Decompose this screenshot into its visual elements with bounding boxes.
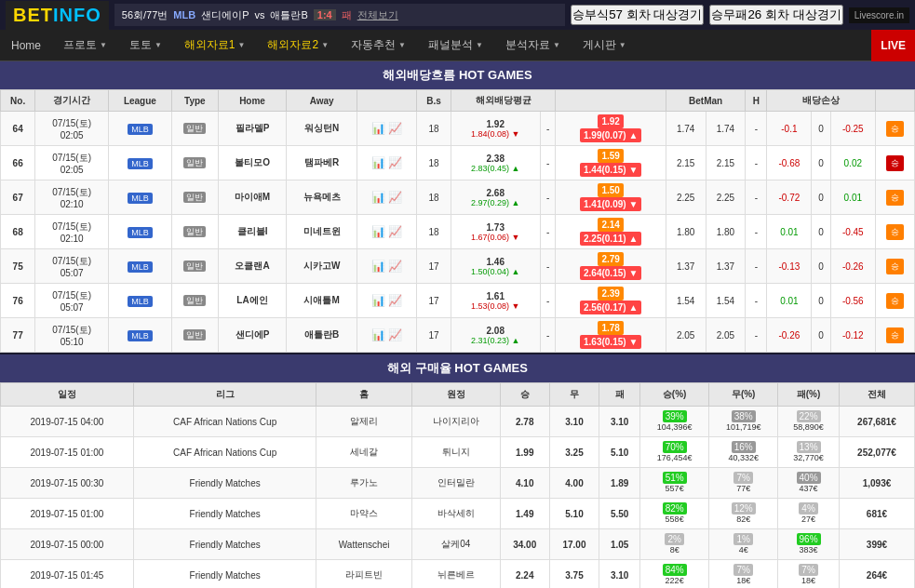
nav-live[interactable]: LIVE [871, 30, 915, 61]
chart-icon[interactable]: 📊 [371, 122, 385, 135]
cell-away: 워싱턴N [287, 112, 357, 146]
bar-icon[interactable]: 📈 [388, 156, 402, 169]
cell-lose2: 1.05 [599, 529, 640, 560]
col2-win: 승 [500, 383, 549, 407]
cell-icons[interactable]: 📊 📈 [357, 112, 417, 146]
type-badge: 일반 [183, 295, 206, 306]
odds-home: 2.39 [598, 287, 623, 301]
cell-home: 볼티모O [218, 146, 286, 180]
nav-toto[interactable]: 토토 ▼ [118, 30, 173, 61]
action-button[interactable]: 승 [886, 224, 904, 240]
cell-action[interactable]: 승 [875, 146, 914, 180]
col2-league: 리그 [133, 383, 316, 407]
cell-winpct2: 51% 557€ [640, 468, 709, 499]
cell-action[interactable]: 승 [875, 180, 914, 215]
nav-proto[interactable]: 프로토 ▼ [52, 30, 118, 61]
cell-icons[interactable]: 📊 📈 [357, 215, 417, 249]
draw-amt: 18€ [736, 576, 750, 585]
cell-avg3: 1.59 1.44(0.15) ▼ [556, 146, 666, 180]
cell-lose2: 5.50 [599, 499, 640, 529]
ticker-view[interactable]: 전체보기 [357, 8, 398, 22]
cell-league2: Friendly Matches [133, 560, 316, 589]
chart-icon[interactable]: 📊 [371, 191, 385, 204]
type-badge: 일반 [183, 261, 206, 272]
action-button[interactable]: 승 [886, 190, 904, 206]
btn-round57[interactable]: 승부식57 회차 대상경기 [571, 5, 704, 25]
cell-date2: 2019-07-15 00:30 [1, 468, 134, 499]
cell-icons[interactable]: 📊 📈 [357, 284, 417, 318]
cell-win2: 1.99 [500, 437, 549, 468]
cell-total2: 264€ [839, 560, 914, 589]
cell-loss2: 0 [812, 249, 830, 284]
cell-icons[interactable]: 📊 📈 [357, 249, 417, 284]
nav-overseas2[interactable]: 해외자료2 ▼ [256, 30, 340, 61]
cell-winpct2: 84% 222€ [640, 560, 709, 589]
cell-action[interactable]: 승 [875, 112, 914, 146]
cell-date: 07/15(토)05:10 [35, 318, 109, 353]
chevron-down-icon: ▼ [553, 41, 560, 49]
cell-draw2: 4.00 [549, 468, 599, 499]
cell-drawpct2: 7% 18€ [709, 560, 778, 589]
action-button[interactable]: 승 [886, 155, 904, 171]
chart-icon[interactable]: 📊 [371, 260, 385, 273]
cell-total2: 1,093€ [839, 468, 914, 499]
bar-icon[interactable]: 📈 [388, 122, 402, 135]
cell-win2: 2.78 [500, 407, 549, 437]
cell-icons[interactable]: 📊 📈 [357, 180, 417, 215]
cell-avg1: 1.61 1.53(0.08) ▼ [451, 284, 540, 318]
win-amt: 8€ [670, 545, 680, 555]
nav-panel[interactable]: 패널분석 ▼ [417, 30, 494, 61]
cell-icons[interactable]: 📊 📈 [357, 146, 417, 180]
nav-analysis[interactable]: 분석자료 ▼ [494, 30, 572, 61]
btn-round26[interactable]: 승무패26 회차 대상경기 [709, 5, 842, 25]
bar-icon[interactable]: 📈 [388, 225, 402, 238]
action-button[interactable]: 승 [886, 259, 904, 274]
nav-board[interactable]: 게시판 ▼ [572, 30, 638, 61]
cell-avg2: - [540, 318, 556, 353]
cell-action[interactable]: 승 [875, 284, 914, 318]
cell-action[interactable]: 승 [875, 249, 914, 284]
nav-home[interactable]: Home [0, 30, 52, 61]
chevron-down-icon: ▼ [476, 41, 483, 49]
bar-icon[interactable]: 📈 [388, 191, 402, 204]
action-button[interactable]: 승 [886, 121, 904, 137]
cell-losepct2: 4% 27€ [778, 499, 840, 529]
cell-avg2: - [540, 284, 556, 318]
cell-no: 66 [1, 146, 35, 180]
action-button[interactable]: 승 [886, 327, 904, 343]
bar-icon[interactable]: 📈 [388, 294, 402, 307]
cell-lose2: 3.10 [599, 560, 640, 589]
action-button[interactable]: 승 [886, 293, 904, 309]
cell-action[interactable]: 승 [875, 215, 914, 249]
chevron-down-icon: ▼ [398, 41, 406, 49]
cell-type: 일반 [171, 146, 218, 180]
cell-icons[interactable]: 📊 📈 [357, 318, 417, 353]
lose-pct-badge: 22% [797, 410, 821, 422]
win-amt: 176,454€ [657, 453, 693, 462]
cell-action[interactable]: 승 [875, 318, 914, 353]
draw-pct-badge: 7% [733, 472, 752, 484]
chart-icon[interactable]: 📊 [371, 328, 385, 341]
cell-home: 클리블I [218, 215, 286, 249]
col2-winpct: 승(%) [640, 383, 709, 407]
cell-loss2: 0 [812, 146, 830, 180]
table-row: 2019-07-15 00:00 Friendly Matches Watten… [1, 529, 915, 560]
bar-icon[interactable]: 📈 [388, 328, 402, 341]
hot-games2-title: 해외 구매율 HOT GAMES [0, 354, 915, 382]
cell-drawpct2: 38% 101,719€ [709, 407, 778, 437]
odds-home: 1.50 [598, 183, 623, 197]
cell-date2: 2019-07-15 01:45 [1, 560, 134, 589]
nav-auto[interactable]: 자동추천 ▼ [340, 30, 417, 61]
chart-icon[interactable]: 📊 [371, 294, 385, 307]
bar-icon[interactable]: 📈 [388, 260, 402, 273]
chart-icon[interactable]: 📊 [371, 156, 385, 169]
cell-draw2: 17.00 [549, 529, 599, 560]
win-amt: 557€ [666, 484, 684, 493]
lose-amt: 383€ [800, 545, 818, 555]
odds-home: 1.59 [598, 149, 623, 163]
cell-bm1: 1.74 [666, 112, 706, 146]
cell-home2: Wattenschei [316, 529, 412, 560]
chart-icon[interactable]: 📊 [371, 225, 385, 238]
cell-loss3: -0.26 [830, 249, 875, 284]
nav-overseas1[interactable]: 해외자료1 ▼ [173, 30, 257, 61]
